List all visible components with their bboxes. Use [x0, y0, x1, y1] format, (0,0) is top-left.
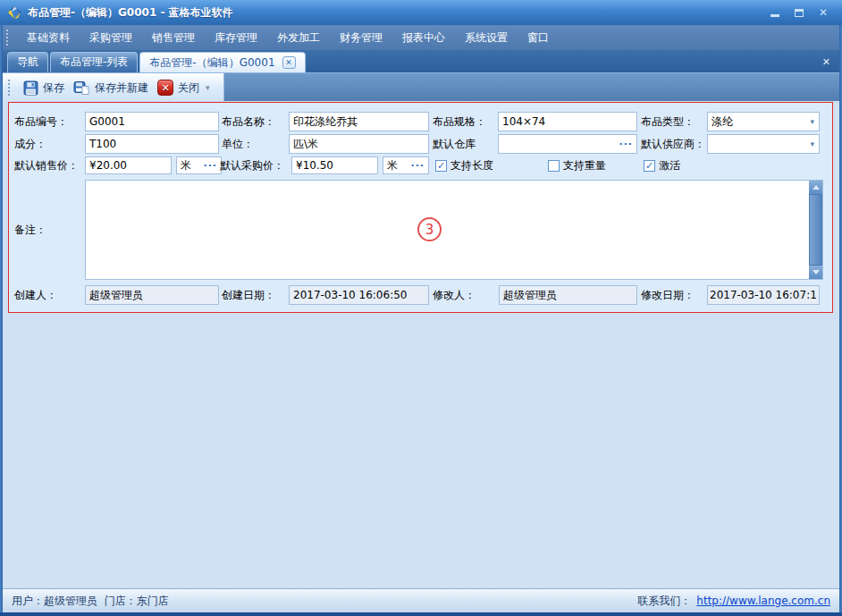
close-label: 关闭 [178, 80, 199, 96]
modifier-label: 修改人： [433, 285, 476, 305]
checkbox-icon: ✓ [644, 160, 655, 172]
dropdown-arrow-icon: ▾ [810, 117, 819, 126]
checkbox-active-label: 激活 [659, 158, 680, 173]
sale-price-unit[interactable]: 米 ··· [176, 156, 222, 174]
contact-label: 联系我们： [637, 594, 691, 609]
tab-product-edit[interactable]: 布品管理-（编辑）G0001 ✕ [139, 52, 305, 72]
checkbox-support-weight[interactable]: 支持重量 [548, 156, 606, 174]
menu-grip-icon [6, 30, 10, 46]
product-type-value: 涤纶 [711, 114, 733, 130]
purchase-unit-value: 米 [387, 158, 398, 173]
website-link[interactable]: http://www.lange.com.cn [696, 595, 830, 607]
checkbox-active[interactable]: ✓ 激活 [644, 156, 680, 174]
purchase-unit-ellipsis-icon[interactable]: ··· [410, 160, 428, 172]
modify-date-field [707, 285, 820, 305]
save-button[interactable]: 保存 [19, 79, 69, 97]
checkbox-support-weight-label: 支持重量 [563, 158, 606, 173]
tab-navigation[interactable]: 导航 [7, 52, 48, 72]
app-logo-icon [7, 5, 22, 21]
app-window: 布品管理-（编辑）G0001 - 蓝格布业软件 ✕ 基础资料 采购管理 销售管理… [0, 0, 842, 616]
scroll-down-icon [813, 270, 820, 274]
maximize-icon [795, 9, 804, 17]
tab-product-edit-label: 布品管理-（编辑）G0001 [149, 54, 274, 72]
menu-item-finance[interactable]: 财务管理 [330, 25, 392, 50]
create-date-label: 创建日期： [222, 285, 275, 305]
menu-item-reports[interactable]: 报表中心 [392, 25, 455, 50]
default-supplier-label: 默认供应商： [641, 134, 705, 154]
product-name-label: 布品名称： [222, 112, 275, 131]
save-and-new-button[interactable]: 保存并新建 [69, 79, 153, 97]
menu-item-base-data[interactable]: 基础资料 [17, 25, 80, 50]
maximize-button[interactable] [791, 5, 807, 20]
unit-label: 单位： [222, 134, 254, 154]
menu-item-purchase[interactable]: 采购管理 [80, 25, 142, 50]
save-icon [23, 80, 38, 96]
close-red-icon: ✕ [157, 80, 173, 96]
close-tab-button[interactable]: ✕ 关闭 ▾ [153, 78, 215, 97]
remarks-field [85, 180, 823, 280]
product-type-select[interactable]: 涤纶 ▾ [707, 112, 820, 131]
remarks-textarea[interactable] [86, 181, 809, 279]
close-dropdown-caret-icon[interactable]: ▾ [206, 83, 210, 92]
unit-input[interactable] [289, 134, 429, 154]
save-and-new-icon [73, 80, 90, 96]
close-icon: ✕ [819, 7, 828, 18]
sale-unit-ellipsis-icon[interactable]: ··· [203, 160, 221, 172]
toolbar: 保存 保存并新建 ✕ 关闭 ▾ [3, 73, 224, 102]
scroll-up-icon [813, 185, 820, 190]
save-label: 保存 [43, 80, 64, 96]
default-warehouse-label: 默认仓库 [433, 134, 476, 154]
sale-unit-value: 米 [181, 158, 191, 173]
default-supplier-select[interactable]: ▾ [707, 134, 820, 154]
product-no-input[interactable] [85, 112, 219, 131]
composition-label: 成分： [14, 134, 46, 154]
scroll-up-button[interactable] [809, 181, 822, 194]
sale-price-label: 默认销售价： [14, 156, 79, 174]
modifier-field [499, 285, 637, 305]
default-warehouse-picker[interactable]: ··· [498, 134, 637, 154]
warehouse-ellipsis-icon[interactable]: ··· [619, 139, 636, 150]
tab-close-icon[interactable]: ✕ [282, 56, 296, 69]
checkbox-icon: ✓ [435, 160, 447, 172]
tab-product-list[interactable]: 布品管理-列表 [50, 52, 138, 72]
purchase-price-label: 默认采购价： [220, 156, 284, 174]
creator-field [85, 285, 219, 305]
product-spec-input[interactable] [498, 112, 637, 131]
tab-strip-close-icon[interactable]: ✕ [822, 56, 839, 68]
creator-label: 创建人： [14, 285, 57, 305]
tab-strip: 导航 布品管理-列表 布品管理-（编辑）G0001 ✕ ✕ [3, 50, 839, 72]
menu-item-window[interactable]: 窗口 [518, 25, 559, 50]
toolbar-grip-icon [8, 80, 12, 96]
title-bar: 布品管理-（编辑）G0001 - 蓝格布业软件 ✕ [0, 0, 842, 25]
minimize-button[interactable] [767, 5, 783, 20]
status-bar: 用户：超级管理员 门店：东门店 联系我们： http://www.lange.c… [3, 588, 839, 612]
dropdown-arrow-icon: ▾ [810, 139, 819, 148]
scroll-thumb[interactable] [809, 194, 822, 266]
annotation-circle-3: 3 [417, 217, 442, 241]
create-date-field [289, 285, 429, 305]
checkbox-support-length[interactable]: ✓ 支持长度 [435, 156, 493, 174]
menu-item-sales[interactable]: 销售管理 [142, 25, 205, 50]
toolbar-band: 保存 保存并新建 ✕ 关闭 ▾ [3, 72, 839, 101]
scroll-down-button[interactable] [809, 266, 822, 279]
checkbox-icon [548, 160, 560, 172]
product-type-label: 布品类型： [641, 112, 695, 131]
remarks-scrollbar[interactable] [809, 181, 822, 279]
product-no-label: 布品编号： [14, 112, 68, 131]
user-store-info: 用户：超级管理员 门店：东门店 [12, 594, 169, 609]
menu-item-outsourcing[interactable]: 外发加工 [267, 25, 330, 50]
product-spec-label: 布品规格： [433, 112, 486, 131]
menu-bar: 基础资料 采购管理 销售管理 库存管理 外发加工 财务管理 报表中心 系统设置 … [0, 25, 842, 50]
modify-date-label: 修改日期： [641, 285, 695, 305]
menu-item-inventory[interactable]: 库存管理 [205, 25, 267, 50]
window-border-bottom [0, 612, 842, 616]
product-name-input[interactable] [289, 112, 429, 131]
menu-item-settings[interactable]: 系统设置 [455, 25, 518, 50]
purchase-price-unit[interactable]: 米 ··· [383, 156, 429, 174]
checkbox-support-length-label: 支持长度 [450, 158, 493, 173]
composition-input[interactable] [85, 134, 219, 154]
purchase-price-input[interactable] [291, 156, 378, 174]
close-button[interactable]: ✕ [815, 5, 831, 20]
minimize-icon [770, 14, 779, 17]
sale-price-input[interactable] [85, 156, 172, 174]
